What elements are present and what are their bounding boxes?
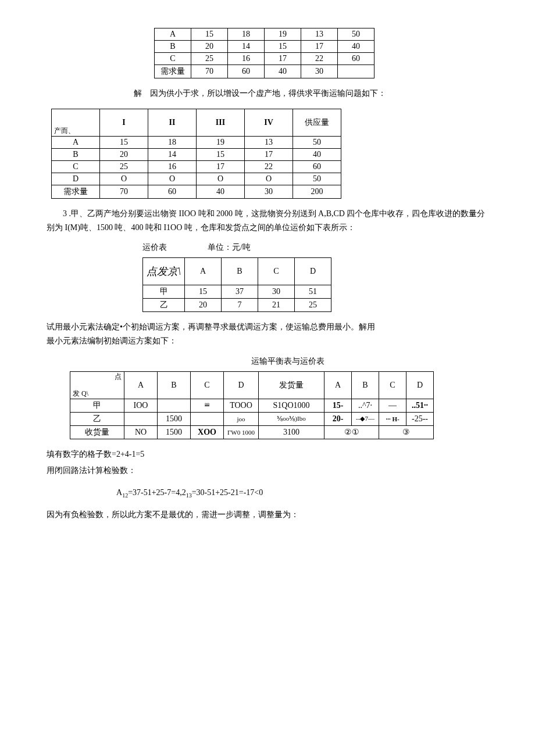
col-header: II bbox=[148, 109, 197, 136]
cell: XOO bbox=[191, 425, 224, 439]
col-header: I bbox=[100, 109, 148, 136]
cell: 200 bbox=[293, 185, 341, 198]
cell: 15 bbox=[197, 148, 245, 160]
cell: 14 bbox=[148, 148, 197, 160]
table-3-caption: 运价表 单位：元/吨 bbox=[142, 242, 488, 253]
col-header: D bbox=[295, 258, 331, 285]
cell: 3100 bbox=[259, 425, 324, 439]
cell: NO bbox=[124, 425, 158, 439]
col-header: B bbox=[158, 371, 191, 399]
col-header: 发货量 bbox=[259, 371, 324, 399]
cell: 40 bbox=[265, 65, 301, 78]
cell: ⅟₈oo⅟₈)Ibo bbox=[259, 412, 324, 425]
cell: 60 bbox=[148, 185, 197, 198]
cell: 60 bbox=[228, 65, 265, 78]
cell: 50 bbox=[338, 28, 374, 41]
col-header: B bbox=[352, 371, 379, 399]
cell: ..^7· bbox=[352, 399, 379, 412]
cell bbox=[338, 65, 374, 78]
eq-sub: 13 bbox=[186, 492, 192, 498]
cell: O bbox=[245, 173, 293, 185]
cell: 17 bbox=[265, 53, 301, 65]
cell: 25 bbox=[295, 299, 331, 312]
cell: 乙 bbox=[143, 299, 185, 312]
text-6: 因为有负检验数，所以此方案不是最优的，需进一步调整，调整量为： bbox=[47, 508, 488, 522]
cell: D bbox=[52, 173, 100, 185]
table-4: 点 发 Q\ A B C D 发货量 A B C D 甲 IOO ᴮᴮ TOOO… bbox=[70, 371, 434, 439]
table-row: B 20 14 15 17 40 bbox=[52, 148, 341, 160]
cell: C bbox=[155, 53, 191, 65]
cell: A bbox=[52, 136, 100, 148]
cell: 15- bbox=[324, 399, 352, 412]
cell: ②① bbox=[324, 425, 379, 439]
header-bot: 发 Q\ bbox=[73, 389, 88, 399]
col-header: A bbox=[324, 371, 352, 399]
table-row: A 15 18 19 13 50 bbox=[52, 136, 341, 148]
problem-3-text: 3 .甲、乙两产地分别要运出物资 IIOO 吨和 2000 吨，这批物资分别送到… bbox=[47, 207, 488, 235]
header-origin: 产而、 bbox=[52, 109, 100, 136]
cell: 22 bbox=[301, 53, 338, 65]
cell: 16 bbox=[148, 160, 197, 173]
table-4-caption: 运输平衡表与运价表 bbox=[163, 356, 413, 367]
cell: O bbox=[148, 173, 197, 185]
header-text: 点发京\ bbox=[147, 266, 181, 277]
cell: ..51·· bbox=[406, 399, 434, 412]
cell: 70 bbox=[191, 65, 228, 78]
table-row: C 25 16 17 22 60 bbox=[155, 53, 374, 65]
col-header: C bbox=[258, 258, 295, 285]
solution-text-3b: 最小元素法编制初始调运方案如下： bbox=[47, 334, 488, 348]
cell: 13 bbox=[301, 28, 338, 41]
cell: -25-- bbox=[406, 412, 434, 425]
cell: B bbox=[52, 148, 100, 160]
col-header: A bbox=[185, 258, 222, 285]
cell: O bbox=[100, 173, 148, 185]
cell bbox=[158, 399, 191, 412]
cell: A bbox=[155, 28, 191, 41]
col-header: D bbox=[406, 371, 434, 399]
col-header: IV bbox=[245, 109, 293, 136]
text-5: 用闭回路法计算检验数： bbox=[47, 464, 488, 478]
cell: TOOO bbox=[224, 399, 259, 412]
cell: 25 bbox=[191, 53, 228, 65]
eq-sub: 12 bbox=[122, 492, 128, 498]
col-header: III bbox=[197, 109, 245, 136]
table-1: A 15 18 19 13 50 B 20 14 15 17 40 C 25 1… bbox=[154, 28, 374, 78]
table-3: 点发京\ A B C D 甲 15 37 30 51 乙 20 7 21 25 bbox=[142, 257, 331, 312]
table-row: 点 发 Q\ A B C D 发货量 A B C D bbox=[70, 371, 434, 399]
table-1-body: A 15 18 19 13 50 B 20 14 15 17 40 C 25 1… bbox=[155, 28, 374, 78]
cell: 22 bbox=[245, 160, 293, 173]
cell: 40 bbox=[197, 185, 245, 198]
cell: O bbox=[197, 173, 245, 185]
col-header: B bbox=[222, 258, 258, 285]
cell: 14 bbox=[228, 41, 265, 53]
header-origin: 点 发 Q\ bbox=[70, 371, 124, 399]
cell: 19 bbox=[265, 28, 301, 41]
cell: 51 bbox=[295, 285, 331, 299]
cell: 需求量 bbox=[52, 185, 100, 198]
cell: --◆7— bbox=[352, 412, 379, 425]
equation-1: A12=37-51+25-7=4,213=30-51+25-21=-17<0 bbox=[116, 486, 488, 500]
cell: 20 bbox=[191, 41, 228, 53]
cell: 15 bbox=[265, 41, 301, 53]
table-row: A 15 18 19 13 50 bbox=[155, 28, 374, 41]
col-header: D bbox=[224, 371, 259, 399]
cell: C bbox=[52, 160, 100, 173]
cell: 30 bbox=[245, 185, 293, 198]
eq-part: =37-51+25-7=4,2 bbox=[128, 488, 186, 497]
cell: ③ bbox=[379, 425, 434, 439]
cell: S1QO1000 bbox=[259, 399, 324, 412]
col-header: 供应量 bbox=[293, 109, 341, 136]
col-header: C bbox=[379, 371, 406, 399]
cell: 17 bbox=[301, 41, 338, 53]
cell: 21 bbox=[258, 299, 295, 312]
table-row: B 20 14 15 17 40 bbox=[155, 41, 374, 53]
table-row: 需求量 70 60 40 30 200 bbox=[52, 185, 341, 198]
cell: 30 bbox=[301, 65, 338, 78]
table-row: 甲 IOO ᴮᴮ TOOO S1QO1000 15- ..^7· — ..51·… bbox=[70, 399, 434, 412]
cell: 20- bbox=[324, 412, 352, 425]
cell: 20 bbox=[100, 148, 148, 160]
cell: 30 bbox=[258, 285, 295, 299]
cell: 70 bbox=[100, 185, 148, 198]
table-row: D O O O O 50 bbox=[52, 173, 341, 185]
cell: 1500 bbox=[158, 412, 191, 425]
